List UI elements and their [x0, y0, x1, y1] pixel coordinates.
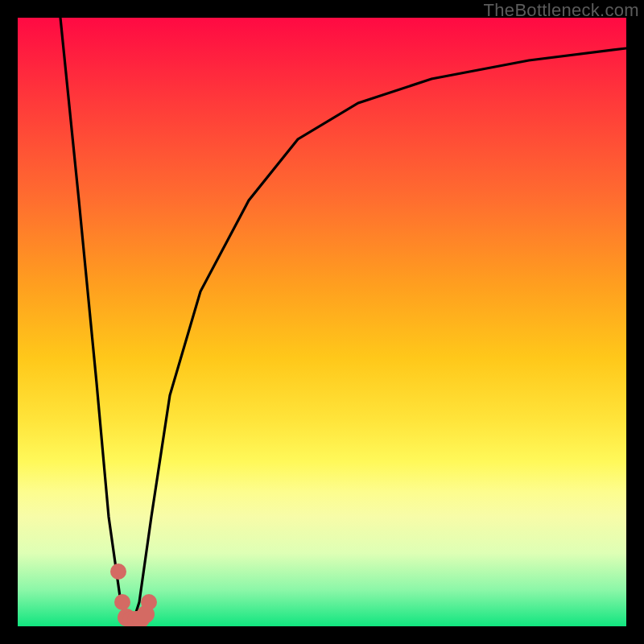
chart-frame: TheBottleneck.com [0, 0, 644, 644]
svg-point-0 [110, 564, 126, 580]
bottleneck-curve [60, 18, 626, 620]
svg-point-1 [114, 594, 130, 610]
svg-point-7 [141, 594, 157, 610]
chart-plot-area [18, 18, 626, 626]
watermark-text: TheBottleneck.com [484, 0, 639, 21]
marker-cluster [110, 564, 157, 626]
chart-svg [18, 18, 626, 626]
